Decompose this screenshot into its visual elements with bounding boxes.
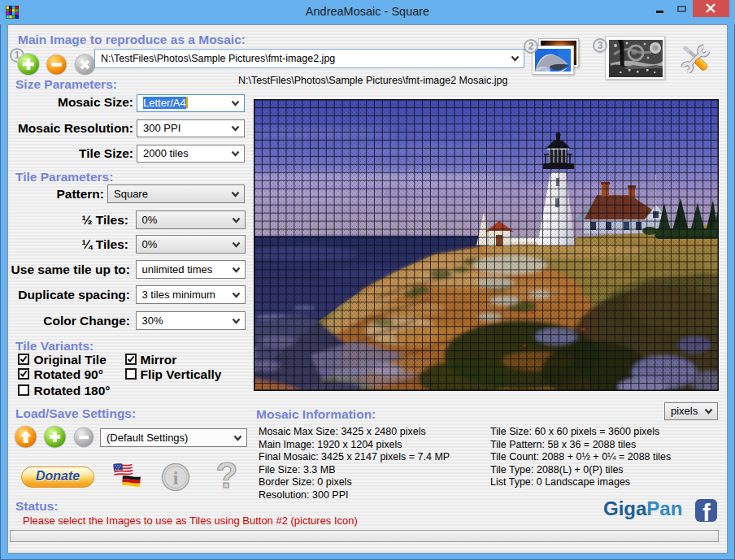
svg-text:i: i (173, 467, 179, 488)
svg-text:?: ? (216, 458, 238, 494)
